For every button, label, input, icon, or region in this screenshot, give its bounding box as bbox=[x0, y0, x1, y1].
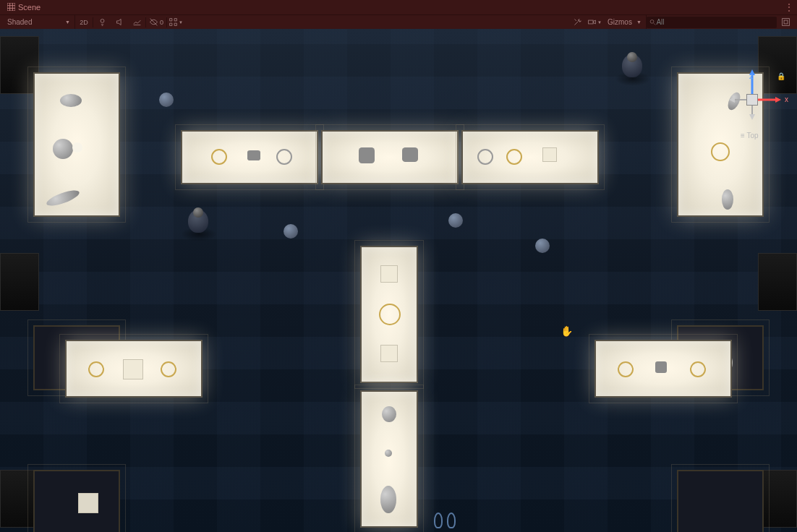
svg-point-0 bbox=[101, 19, 104, 22]
display-case bbox=[677, 470, 764, 532]
svg-rect-4 bbox=[784, 20, 788, 24]
display-case bbox=[594, 340, 732, 398]
scene-viewport[interactable]: ✋ 🔒 z x ≡ Top bbox=[0, 29, 797, 532]
fx-toggle-icon[interactable] bbox=[128, 15, 145, 30]
audio-toggle-icon[interactable] bbox=[111, 15, 128, 30]
display-case bbox=[33, 72, 120, 217]
floor-sphere bbox=[535, 239, 550, 253]
floor-sphere bbox=[284, 224, 298, 239]
chevron-down-icon: ▼ bbox=[636, 20, 642, 25]
svg-rect-3 bbox=[782, 19, 789, 26]
scene-tab-label: Scene bbox=[18, 3, 41, 12]
scene-search[interactable] bbox=[647, 17, 777, 28]
scene-tab-bar: Scene ⋮ bbox=[0, 0, 797, 14]
svg-point-2 bbox=[650, 20, 654, 23]
mode-2d-toggle[interactable]: 2D bbox=[75, 15, 93, 30]
floor-sphere bbox=[448, 213, 463, 228]
display-case bbox=[677, 72, 764, 217]
svg-marker-8 bbox=[775, 97, 781, 103]
pillar bbox=[0, 253, 39, 311]
camera-icon[interactable]: ▼ bbox=[586, 15, 603, 30]
pillar bbox=[758, 253, 797, 311]
footprints-marker bbox=[434, 512, 456, 528]
display-case bbox=[321, 130, 459, 184]
display-case bbox=[461, 130, 599, 184]
display-case bbox=[65, 340, 203, 398]
scene-tab[interactable]: Scene bbox=[1, 1, 46, 14]
tools-icon[interactable] bbox=[568, 15, 586, 30]
display-case bbox=[33, 470, 120, 532]
grid-snap-icon[interactable]: ▼ bbox=[167, 15, 184, 30]
pillar bbox=[758, 470, 797, 528]
scene-toolbar: Shaded ▼ 2D 0 ▼ ▼ Gizmos ▼ bbox=[0, 14, 797, 29]
tab-context-icon[interactable]: ⋮ bbox=[784, 1, 794, 13]
npc-character bbox=[622, 54, 642, 77]
svg-rect-1 bbox=[589, 20, 594, 24]
hand-tool-cursor: ✋ bbox=[561, 325, 573, 337]
floor-sphere bbox=[159, 93, 174, 107]
maximize-icon[interactable] bbox=[777, 15, 794, 30]
chevron-down-icon: ▼ bbox=[65, 20, 70, 25]
visibility-toggle-icon[interactable]: 0 bbox=[146, 15, 166, 30]
scene-grid-icon bbox=[7, 3, 15, 12]
search-icon bbox=[649, 19, 656, 26]
scene-search-input[interactable] bbox=[656, 18, 774, 26]
display-case bbox=[360, 390, 418, 528]
npc-character bbox=[188, 210, 208, 233]
pillar bbox=[758, 36, 797, 94]
shading-mode-label: Shaded bbox=[7, 18, 32, 26]
gizmo-axis-x-label: x bbox=[785, 95, 788, 103]
shading-mode-dropdown[interactable]: Shaded ▼ bbox=[3, 15, 75, 30]
display-case bbox=[360, 246, 418, 383]
gizmos-dropdown[interactable]: Gizmos ▼ bbox=[603, 15, 647, 30]
lighting-toggle-icon[interactable] bbox=[93, 15, 111, 30]
gizmos-label: Gizmos bbox=[608, 18, 632, 26]
display-case bbox=[181, 130, 318, 184]
